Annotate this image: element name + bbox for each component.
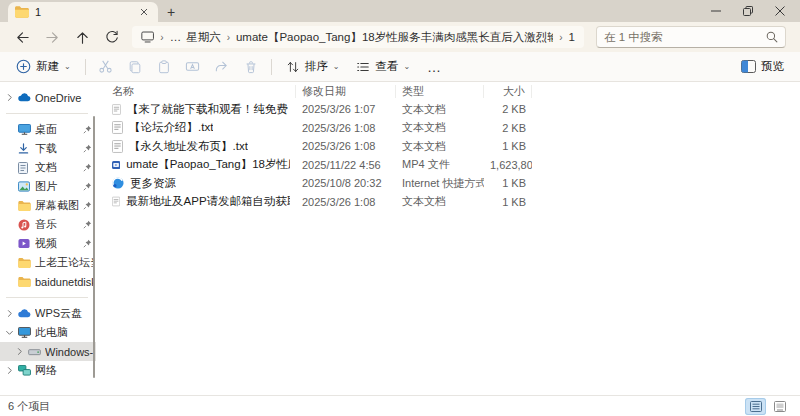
navigation-pane: OneDrive 桌面 下载 文档 (0, 82, 96, 395)
cut-button[interactable] (92, 54, 120, 80)
sidebar-item-windows-ssd[interactable]: Windows-SSD (0, 342, 96, 361)
sidebar-item-label: 下载 (35, 141, 79, 156)
sidebar-item-wps-cloud[interactable]: WPS云盘 (0, 304, 96, 323)
this-pc-icon (141, 31, 154, 43)
copy-button[interactable] (121, 54, 149, 80)
file-row[interactable]: 最新地址及APP请发邮箱自动获取！！！.txt 2025/3/26 1:08 文… (96, 193, 800, 212)
file-type: 文本文档 (396, 120, 484, 135)
restore-icon (743, 6, 753, 16)
forward-button[interactable] (38, 25, 66, 49)
sidebar-item-folder[interactable]: baidunetdiskdownload (0, 272, 96, 291)
file-date: 2025/11/22 4:56 (296, 159, 396, 171)
column-header-size[interactable]: 大小 (484, 85, 532, 98)
file-size: 2 KB (484, 103, 532, 115)
sidebar-item-pictures[interactable]: 图片 (0, 177, 96, 196)
toolbar-divider (271, 59, 272, 75)
maximize-button[interactable] (732, 0, 764, 22)
file-name: 最新地址及APP请发邮箱自动获取！！！.txt (126, 194, 290, 209)
sidebar-item-screenshots[interactable]: 屏幕截图 (0, 196, 96, 215)
chevron-down-icon[interactable] (5, 328, 14, 337)
desktop-icon (18, 124, 31, 135)
search-input[interactable] (604, 31, 766, 43)
tab-close-button[interactable] (137, 5, 151, 19)
file-date: 2025/3/26 1:07 (296, 103, 396, 115)
column-header-name[interactable]: 名称 (106, 85, 296, 98)
sidebar-item-music[interactable]: 音乐 (0, 215, 96, 234)
tab-title: 1 (35, 6, 41, 18)
sort-button[interactable]: 排序 ⌄ (278, 54, 348, 80)
file-type: Internet 快捷方式 (396, 176, 484, 191)
details-view-button[interactable] (745, 398, 766, 415)
paste-button[interactable] (150, 54, 178, 80)
up-button[interactable] (68, 25, 96, 49)
trash-icon (244, 60, 258, 74)
sidebar-item-documents[interactable]: 文档 (0, 158, 96, 177)
arrow-up-icon (75, 30, 90, 45)
file-type: 文本文档 (396, 102, 484, 117)
see-more-button[interactable]: … (419, 59, 450, 75)
sidebar-item-label: 此电脑 (35, 325, 93, 340)
file-row[interactable]: 【论坛介绍】.txt 2025/3/26 1:08 文本文档 2 KB (96, 119, 800, 138)
sidebar-item-label: 桌面 (35, 122, 79, 137)
back-button[interactable] (8, 25, 36, 49)
file-size: 1 KB (484, 177, 532, 189)
breadcrumb-item-parent-folder[interactable]: umate【Paopao_Tang】18岁性服务丰满肉感黑长直后入激烈输出 (236, 30, 553, 45)
file-row[interactable]: umate【Paopao_Tang】18岁性服务丰满肉感... 2025/11/… (96, 156, 800, 175)
file-row[interactable]: 【永久地址发布页】.txt 2025/3/26 1:08 文本文档 1 KB (96, 137, 800, 156)
mp4-file-icon (112, 159, 120, 171)
file-size: 1 KB (484, 196, 532, 208)
text-file-icon (112, 103, 121, 116)
pin-icon (83, 182, 93, 191)
file-row[interactable]: 【来了就能下载和观看！纯免费！】.txt 2025/3/26 1:07 文本文档… (96, 100, 800, 119)
item-count: 6 个项目 (8, 399, 50, 414)
sidebar-item-network[interactable]: 网络 (0, 361, 96, 380)
sidebar-item-videos[interactable]: 视频 (0, 234, 96, 253)
pin-icon (83, 144, 93, 153)
sidebar-item-label: baidunetdiskdownload (35, 276, 93, 288)
chevron-right-icon[interactable] (5, 93, 14, 102)
breadcrumb-overflow[interactable]: … (170, 31, 182, 43)
delete-button[interactable] (237, 54, 265, 80)
column-header-type[interactable]: 类型 (396, 85, 484, 98)
share-icon (214, 59, 229, 74)
sidebar-scrollbar[interactable] (93, 116, 95, 378)
large-icons-view-button[interactable] (769, 398, 790, 415)
view-button[interactable]: 查看 ⌄ (348, 54, 418, 80)
file-row[interactable]: 更多资源 2025/10/8 20:32 Internet 快捷方式 1 KB (96, 174, 800, 193)
share-button[interactable] (208, 54, 236, 80)
sidebar-divider (6, 113, 88, 114)
close-icon (775, 6, 785, 16)
chevron-right-icon[interactable] (5, 309, 14, 318)
close-window-button[interactable] (764, 0, 796, 22)
breadcrumb-item-current-folder[interactable]: 1 (569, 31, 575, 43)
rename-button[interactable] (179, 54, 207, 80)
new-tab-button[interactable]: + (158, 2, 184, 22)
column-header-date[interactable]: 修改日期 (296, 85, 396, 98)
sidebar-item-desktop[interactable]: 桌面 (0, 120, 96, 139)
folder-icon (18, 201, 31, 211)
pin-icon (83, 201, 93, 210)
refresh-button[interactable] (98, 25, 126, 49)
preview-toggle-button[interactable]: 预览 (733, 54, 792, 80)
file-size: 1,623,808 KB (484, 159, 532, 171)
onedrive-cloud-icon (18, 93, 31, 102)
sidebar-item-folder[interactable]: 上老王论坛当老王 (0, 253, 96, 272)
chevron-right-icon[interactable] (15, 347, 24, 356)
sidebar-item-this-pc[interactable]: 此电脑 (0, 323, 96, 342)
new-button-label: 新建 (36, 59, 59, 74)
pin-icon (83, 239, 93, 248)
chevron-right-icon[interactable] (5, 366, 14, 375)
preview-pane-icon (741, 60, 756, 73)
new-button[interactable]: 新建 ⌄ (8, 54, 79, 80)
sidebar-item-onedrive[interactable]: OneDrive (0, 88, 96, 107)
address-bar[interactable]: › … 星期六 › umate【Paopao_Tang】18岁性服务丰满肉感黑长… (132, 26, 584, 48)
titlebar: 1 + (0, 0, 800, 22)
wps-cloud-icon (18, 309, 31, 318)
explorer-tab[interactable]: 1 (8, 2, 158, 22)
pictures-icon (18, 181, 31, 192)
file-date: 2025/3/26 1:08 (296, 140, 396, 152)
breadcrumb-chevron: › (558, 32, 563, 43)
breadcrumb-item-saturday[interactable]: 星期六 (186, 30, 221, 45)
minimize-button[interactable] (700, 0, 732, 22)
sidebar-item-downloads[interactable]: 下载 (0, 139, 96, 158)
